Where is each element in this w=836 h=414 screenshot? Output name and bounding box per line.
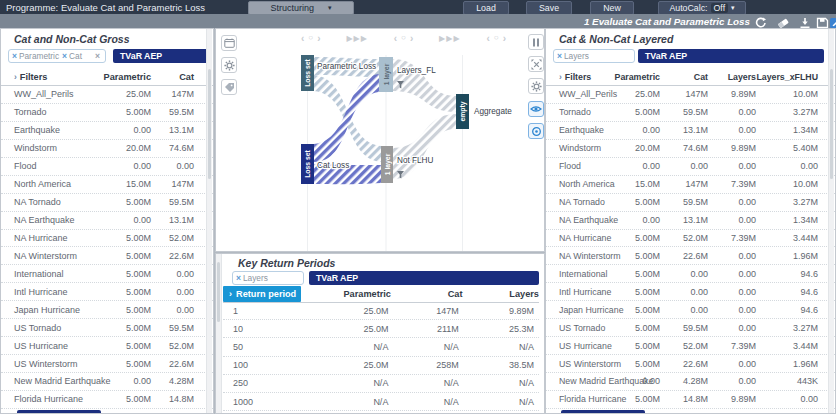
table-row[interactable]: US Tornado 5.00M 59.5M — [1, 319, 213, 337]
vertical-scrollbar[interactable] — [206, 29, 212, 413]
row-label: New Madrid Earthquake — [1, 376, 71, 386]
chips-clear-icon[interactable]: × — [93, 51, 102, 61]
table-row[interactable]: Japan Hurricane 5.00M 0.00 0.00 94.6 — [546, 301, 835, 319]
table-row[interactable]: WW_All_Perils 25.0M 147M — [1, 86, 213, 104]
table-row[interactable]: US Tornado 5.00M 59.5M 0.00 3.27M — [546, 319, 835, 337]
row-label: North America — [546, 179, 593, 189]
column-header-parametric[interactable]: Parametric — [71, 72, 151, 82]
row-label: Florida Hurricane — [1, 394, 71, 404]
table-row[interactable]: Tornado 5.00M 59.5M — [1, 104, 213, 122]
table-row[interactable]: NA Winterstorm 5.00M 22.6M — [1, 247, 213, 265]
table-row[interactable]: NA Tornado 5.00M 59.5M 0.00 3.27M — [546, 194, 835, 212]
table-row[interactable]: US Winterstorm 5.00M 22.6M 0.00 1.96M — [546, 355, 835, 373]
row-value-cat: 147M — [388, 306, 458, 316]
return-period-header[interactable]: › Return period — [223, 286, 301, 302]
row-value-parametric: 5.00M — [593, 341, 660, 351]
structuring-dropdown[interactable]: Structuring ▾ — [248, 1, 354, 15]
column-header-layers[interactable]: Layers — [708, 72, 756, 82]
chip-parametric[interactable]: × Parametric — [12, 51, 59, 61]
table-row[interactable]: NA Hurricane 5.00M 52.0M 7.39M 3.44M — [546, 230, 835, 248]
column-header-layers-xflhu[interactable]: Layers_xFLHU — [756, 72, 818, 82]
eraser-icon[interactable] — [776, 15, 790, 27]
column-header-cat[interactable]: Cat — [151, 72, 194, 82]
chip-remove-icon[interactable]: × — [62, 51, 67, 61]
chip-label: Layers — [564, 51, 589, 61]
table-row[interactable]: US Hurricane 5.00M 52.0M — [1, 337, 213, 355]
filter-chipbox[interactable]: × Layers — [553, 49, 635, 63]
chip-remove-icon[interactable]: × — [557, 51, 562, 61]
download-icon[interactable] — [798, 15, 812, 27]
measure-header[interactable]: TVaR AEP — [309, 271, 539, 285]
table-row[interactable]: New Madrid Earthquake 0.00 4.28M — [1, 373, 213, 391]
chip-layers[interactable]: × Layers — [557, 51, 589, 61]
table-row[interactable]: International 5.00M 0.00 0.00 94.6 — [546, 265, 835, 283]
row-value-cat: 59.5M — [151, 197, 194, 207]
table-row[interactable]: Windstorm 20.0M 74.6M 9.89M 5.40M — [546, 140, 835, 158]
flow-notflhu-to-aggregate[interactable] — [393, 114, 456, 179]
table-row[interactable]: NA Winterstorm 5.00M 22.6M 0.00 1.96M — [546, 247, 835, 265]
table-row[interactable]: US Winterstorm 5.00M 22.6M — [1, 355, 213, 373]
row-label: New Madrid Earthquake — [546, 376, 593, 386]
save-button[interactable]: Save — [526, 1, 572, 15]
table-row[interactable]: NA Earthquake 0.00 13.1M — [1, 212, 213, 230]
node-caption: 1 layer — [384, 153, 392, 175]
row-value-layers-xflhu: 1.96M — [756, 359, 818, 369]
table-row[interactable]: NA Earthquake 0.00 13.1M 0.00 1.34M — [546, 212, 835, 230]
node-caption: 1 layer — [383, 63, 391, 85]
row-value-cat: 59.5M — [660, 323, 708, 333]
row-label: 250 — [223, 378, 299, 388]
save-file-icon[interactable] — [816, 15, 830, 27]
filters-header[interactable]: ›Filters — [1, 72, 71, 82]
krp-table-body: 1 25.0M 147M 9.89M 10 25.0M 211M 25.3M 5… — [223, 302, 539, 411]
table-row[interactable]: NA Tornado 5.00M 59.5M — [1, 194, 213, 212]
chip-remove-icon[interactable]: × — [12, 51, 17, 61]
table-row[interactable]: North America 15.0M 147M 7.39M 10.0M — [546, 176, 835, 194]
row-value-parametric: 5.00M — [593, 251, 660, 261]
table-row[interactable]: North America 15.0M 147M — [1, 176, 213, 194]
chip-layers[interactable]: × Layers — [236, 273, 268, 283]
table-row[interactable]: Flood 0.00 0.00 — [1, 158, 213, 176]
table-row[interactable]: 1000 N/A N/A N/A — [223, 393, 539, 411]
chip-remove-icon[interactable]: × — [236, 273, 241, 283]
table-row[interactable]: 1 25.0M 147M 9.89M — [223, 302, 539, 320]
vertical-scrollbar[interactable] — [828, 29, 834, 413]
load-button[interactable]: Load — [463, 1, 509, 15]
table-row[interactable]: New Madrid Earthquake 0.00 4.28M 0.00 44… — [546, 373, 835, 391]
column-header-cat[interactable]: Cat — [660, 72, 708, 82]
refresh-icon[interactable] — [754, 15, 768, 27]
table-row[interactable]: Japan Hurricane 5.00M 0.00 — [1, 301, 213, 319]
table-row[interactable]: 50 N/A N/A N/A — [223, 338, 539, 356]
new-button[interactable]: New — [590, 1, 634, 15]
column-header-parametric[interactable]: Parametric — [301, 289, 391, 299]
table-row[interactable]: Intl Hurricane 5.00M 0.00 0.00 94.6 — [546, 283, 835, 301]
table-row[interactable]: 250 N/A N/A N/A — [223, 375, 539, 393]
measure-header[interactable]: TVaR AEP — [638, 49, 824, 63]
table-row[interactable]: Florida Hurricane 5.00M 14.8M 9.89M 0.00 — [546, 391, 835, 409]
table-row[interactable]: Earthquake 0.00 13.1M 0.00 1.34M — [546, 122, 835, 140]
table-row[interactable]: 10 25.0M 211M 25.3M — [223, 320, 539, 338]
table-row[interactable]: Windstorm 20.0M 74.6M — [1, 140, 213, 158]
table-row[interactable]: WW_All_Perils 25.0M 147M 9.89M 10.0M — [546, 86, 835, 104]
table-row[interactable]: Flood 0.00 0.00 0.00 0.00 — [546, 158, 835, 176]
filters-header[interactable]: ›Filters — [546, 72, 593, 82]
table-row[interactable]: International 5.00M 0.00 — [1, 265, 213, 283]
column-header-cat[interactable]: Cat — [391, 289, 463, 299]
measure-header[interactable]: TVaR AEP — [113, 49, 208, 63]
column-header-layers[interactable]: Layers — [462, 289, 539, 299]
table-row[interactable]: Tornado 5.00M 59.5M 0.00 3.27M — [546, 104, 835, 122]
chip-cat[interactable]: × Cat — [62, 51, 82, 61]
table-row[interactable]: Florida Hurricane 5.00M 14.8M — [1, 391, 213, 409]
column-header-parametric[interactable]: Parametric — [593, 72, 660, 82]
table-row[interactable]: NA Hurricane 5.00M 52.0M — [1, 230, 213, 248]
vertical-scrollbar[interactable] — [216, 254, 222, 413]
table-row[interactable]: 100 25.0M 258M 38.5M — [223, 357, 539, 375]
filter-chipbox[interactable]: × Parametric × Cat × — [8, 49, 106, 63]
edit-icon[interactable] — [829, 15, 836, 27]
autocalc-toggle[interactable]: AutoCalc: Off ▾ — [658, 1, 746, 15]
filter-chipbox[interactable]: × Layers — [232, 271, 304, 285]
row-value-layers: 0.00 — [708, 161, 756, 171]
row-value-layers-xflhu: 10.0M — [756, 89, 818, 99]
table-row[interactable]: Earthquake 0.00 13.1M — [1, 122, 213, 140]
table-row[interactable]: Intl Hurricane 5.00M 0.00 — [1, 283, 213, 301]
table-row[interactable]: US Hurricane 5.00M 52.0M 7.39M 3.44M — [546, 337, 835, 355]
